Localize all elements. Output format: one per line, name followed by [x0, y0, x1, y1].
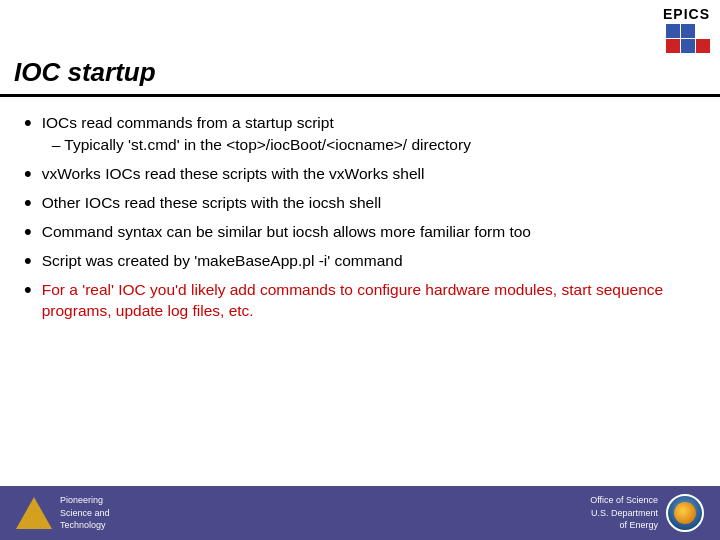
- epics-logo: EPICS: [663, 6, 710, 53]
- epics-squares: [666, 24, 710, 53]
- footer-left: Pioneering Science and Technology: [16, 494, 110, 532]
- epics-square: [666, 39, 680, 53]
- page-title: IOC startup: [14, 57, 156, 87]
- bullet-text: For a 'real' IOC you'd likely add comman…: [42, 280, 696, 322]
- bullet-text: Script was created by 'makeBaseApp.pl -i…: [42, 251, 696, 272]
- epics-square: [696, 24, 710, 38]
- bullet-text: Other IOCs read these scripts with the i…: [42, 193, 696, 214]
- bullet-text: IOCs read commands from a startup script…: [42, 113, 696, 156]
- content-area: •IOCs read commands from a startup scrip…: [0, 109, 720, 334]
- bullet-list: •IOCs read commands from a startup scrip…: [24, 113, 696, 322]
- epics-square: [681, 39, 695, 53]
- list-item: •IOCs read commands from a startup scrip…: [24, 113, 696, 156]
- bullet-text: vxWorks IOCs read these scripts with the…: [42, 164, 696, 185]
- doe-logo: [666, 494, 704, 532]
- bullet-text: Command syntax can be similar but iocsh …: [42, 222, 696, 243]
- top-bar: EPICS: [0, 0, 720, 55]
- sub-bullet-text: – Typically 'st.cmd' in the <top>/iocBoo…: [52, 135, 696, 156]
- list-item: •Other IOCs read these scripts with the …: [24, 193, 696, 214]
- footer-right-text: Office of Science U.S. Department of Ene…: [590, 494, 658, 532]
- list-item: •Script was created by 'makeBaseApp.pl -…: [24, 251, 696, 272]
- doe-logo-inner: [674, 502, 696, 524]
- footer: Pioneering Science and Technology Office…: [0, 486, 720, 540]
- footer-left-text: Pioneering Science and Technology: [60, 494, 110, 532]
- epics-square: [696, 39, 710, 53]
- epics-square: [666, 24, 680, 38]
- anl-triangle-logo: [16, 497, 52, 529]
- page-header: IOC startup: [0, 55, 720, 97]
- epics-label: EPICS: [663, 6, 710, 22]
- bullet-dot: •: [24, 163, 32, 185]
- list-item: •vxWorks IOCs read these scripts with th…: [24, 164, 696, 185]
- bullet-dot: •: [24, 250, 32, 272]
- footer-right: Office of Science U.S. Department of Ene…: [590, 494, 704, 532]
- list-item: •For a 'real' IOC you'd likely add comma…: [24, 280, 696, 322]
- bullet-dot: •: [24, 192, 32, 214]
- bullet-dot: •: [24, 279, 32, 301]
- list-item: •Command syntax can be similar but iocsh…: [24, 222, 696, 243]
- bullet-dot: •: [24, 112, 32, 134]
- epics-square: [681, 24, 695, 38]
- bullet-dot: •: [24, 221, 32, 243]
